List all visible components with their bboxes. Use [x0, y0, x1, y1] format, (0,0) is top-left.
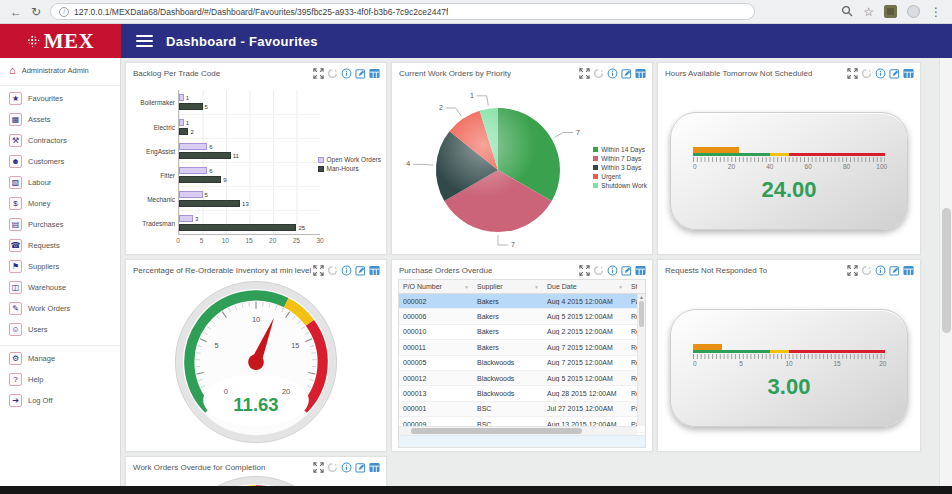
po-table: P/O Number▼Supplier▼Due Date▼Status▼0000…	[392, 279, 652, 452]
refresh-icon[interactable]	[593, 68, 604, 79]
sidebar-item-customers[interactable]: ☻Customers	[0, 151, 120, 172]
pie-chart: 77421Within 14 DaysWithin 7 DaysWithin 3…	[392, 82, 652, 255]
table-row[interactable]: 000012BlackwoodsAug 5 2015 12:00AMReleas	[399, 371, 645, 386]
profile-avatar[interactable]	[907, 5, 920, 18]
info-icon[interactable]	[875, 68, 886, 79]
hamburger-menu-icon[interactable]	[136, 35, 153, 47]
sidebar-item-requests[interactable]: ☎Requests	[0, 235, 120, 256]
filter-icon[interactable]: ▼	[618, 284, 623, 290]
table-row[interactable]: 000002BakersAug 4 2015 12:00AMPart Re	[399, 294, 645, 309]
legend-item: Urgent	[593, 173, 647, 180]
sidebar-item-label: Labour	[28, 178, 51, 187]
sidebar-item-label: Log Off	[28, 396, 52, 405]
tick-label: 15	[833, 360, 840, 367]
column-header[interactable]: Supplier▼	[473, 283, 543, 290]
refresh-icon[interactable]	[327, 68, 338, 79]
table-row[interactable]: 000001BSCJul 27 2015 12:00AMPart Re	[399, 402, 645, 417]
back-icon[interactable]: ←	[10, 6, 22, 18]
sidebar-item-help[interactable]: ?Help	[0, 369, 120, 390]
panel-work-orders-by-priority: Current Work Orders by Priority 77421Wit…	[391, 62, 653, 255]
filter-icon[interactable]: ▼	[534, 284, 539, 290]
panel-title: Percentage of Re-Orderable Inventory at …	[133, 266, 311, 275]
sidebar-item-log-off[interactable]: ➔Log Off	[0, 390, 120, 411]
bar-value-label: 1	[186, 120, 189, 126]
sidebar-item-manage[interactable]: ⚙Manage	[0, 348, 120, 369]
info-icon[interactable]	[607, 265, 618, 276]
table-row[interactable]: 000013BlackwoodsAug 28 2015 12:00AMRelea…	[399, 386, 645, 401]
site-info-icon[interactable]: i	[59, 7, 69, 17]
bar-value-label: 9	[223, 177, 226, 183]
sidebar-item-assets[interactable]: ▦Assets	[0, 109, 120, 130]
menu-dots-icon[interactable]: ⋮	[930, 6, 942, 18]
gauge-zones	[693, 153, 885, 156]
info-icon[interactable]	[341, 68, 352, 79]
sidebar-item-users[interactable]: ☺Users	[0, 319, 120, 340]
bookmark-star-icon[interactable]: ☆	[863, 6, 874, 18]
grid-icon[interactable]	[635, 265, 646, 276]
gauge-value-bar	[693, 147, 739, 153]
table-row[interactable]: 000011BakersAug 7 2015 12:00AMReleas	[399, 340, 645, 355]
grid-icon[interactable]	[369, 68, 380, 79]
info-icon[interactable]	[875, 265, 886, 276]
home-icon: ⌂	[9, 65, 16, 76]
edit-icon[interactable]	[355, 68, 366, 79]
sidebar-item-suppliers[interactable]: ⚑Suppliers	[0, 256, 120, 277]
content-scrollbar[interactable]	[939, 58, 952, 486]
pie-slice-label: 4	[406, 160, 410, 167]
url-bar[interactable]: i 127.0.0.1/MEXData68/Dashboard/#/Dashbo…	[50, 3, 755, 20]
grid-icon[interactable]	[635, 68, 646, 79]
suppliers-icon: ⚑	[9, 260, 22, 273]
legend-item: Open Work Orders	[318, 156, 381, 163]
edit-icon[interactable]	[889, 68, 900, 79]
sidebar-item-purchases[interactable]: ▤Purchases	[0, 214, 120, 235]
search-icon[interactable]	[841, 3, 853, 21]
expand-icon[interactable]	[579, 265, 590, 276]
tick-label: 5	[739, 360, 743, 367]
table-hscrollbar[interactable]	[399, 426, 637, 435]
extension-icon[interactable]	[884, 5, 897, 18]
bar	[179, 143, 207, 150]
grid-icon[interactable]	[903, 68, 914, 79]
purchases-icon: ▤	[9, 218, 22, 231]
table-vscrollbar[interactable]: ▲	[637, 294, 645, 426]
column-header[interactable]: P/O Number▼	[399, 283, 473, 290]
x-tick-label: 0	[176, 237, 180, 244]
expand-icon[interactable]	[313, 68, 324, 79]
expand-icon[interactable]	[847, 68, 858, 79]
expand-icon[interactable]	[847, 265, 858, 276]
edit-icon[interactable]	[889, 265, 900, 276]
refresh-icon[interactable]	[861, 68, 872, 79]
sidebar-item-money[interactable]: $Money	[0, 193, 120, 214]
users-icon: ☺	[9, 323, 22, 336]
scrollbar-thumb[interactable]	[411, 428, 582, 434]
sidebar-item-warehouse[interactable]: ◫Warehouse	[0, 277, 120, 298]
panel-grid: Backlog Per Trade Code Boilermaker15Elec…	[121, 58, 939, 486]
sidebar-user[interactable]: ⌂Administrator Admin	[0, 58, 120, 83]
filter-icon[interactable]: ▼	[464, 284, 469, 290]
sidebar-item-contractors[interactable]: ⚒Contractors	[0, 130, 120, 151]
panel-requests-not-responded: Requests Not Responded To 051015203.00	[657, 259, 921, 452]
title-bar: Dashboard - Favourites	[121, 24, 952, 58]
reload-icon[interactable]: ↻	[31, 6, 41, 18]
refresh-icon[interactable]	[593, 265, 604, 276]
grid-icon[interactable]	[903, 265, 914, 276]
table-row[interactable]: 000005BlackwoodsAug 7 2015 12:00AMReleas	[399, 356, 645, 371]
table-row[interactable]: 000006BakersAug 5 2015 12:00AMReleas	[399, 309, 645, 324]
column-header[interactable]: Status▼	[627, 283, 637, 290]
refresh-icon[interactable]	[861, 265, 872, 276]
sidebar-item-labour[interactable]: ▧Labour	[0, 172, 120, 193]
column-header[interactable]: Due Date▼	[543, 283, 627, 290]
bar	[179, 94, 184, 101]
work-orders-icon: ✎	[9, 302, 22, 315]
sidebar-item-favourites[interactable]: ★Favourites	[0, 88, 120, 109]
sidebar-item-work-orders[interactable]: ✎Work Orders	[0, 298, 120, 319]
table-row[interactable]: 000010BakersAug 2 2015 12:00AMReleas	[399, 325, 645, 340]
edit-icon[interactable]	[621, 265, 632, 276]
sidebar-item-label: Assets	[28, 115, 51, 124]
expand-icon[interactable]	[579, 68, 590, 79]
sidebar-item-label: Requests	[28, 241, 60, 250]
info-icon[interactable]	[607, 68, 618, 79]
scrollbar-thumb[interactable]	[942, 208, 951, 333]
panel-hours-available: Hours Available Tomorrow Not Scheduled 0…	[657, 62, 921, 255]
edit-icon[interactable]	[621, 68, 632, 79]
